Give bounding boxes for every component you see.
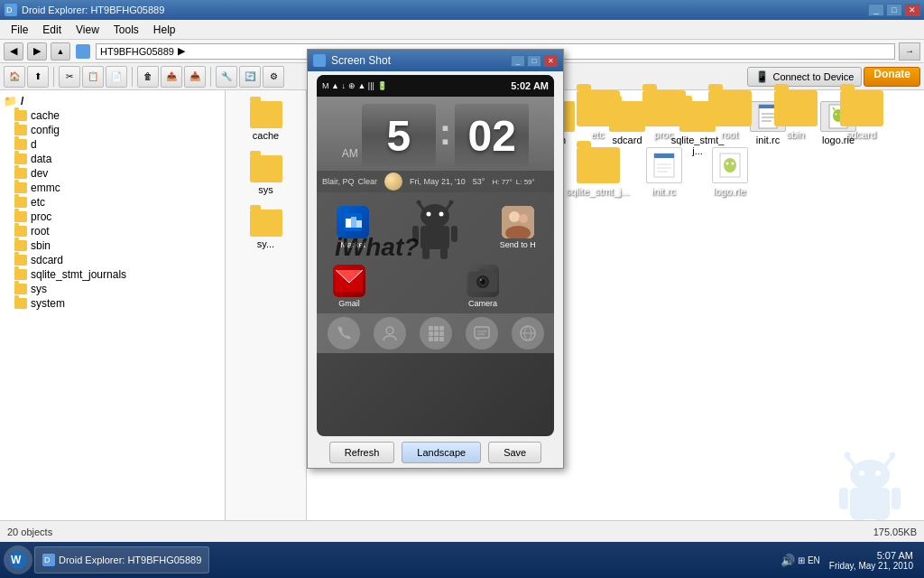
start-button[interactable]: W <box>4 545 32 574</box>
tree-item-d[interactable]: d <box>0 137 225 152</box>
taskbar-item-explorer[interactable]: D Droid Explorer: HT9BFHG05889 <box>34 546 209 573</box>
tree-label-dev: dev <box>31 167 48 180</box>
donate-button[interactable]: Donate <box>864 67 920 87</box>
svg-rect-76 <box>839 488 848 509</box>
tree-label-sqlite: sqlite_stmt_journals <box>31 268 126 281</box>
svg-point-24 <box>439 212 444 217</box>
maximize-button[interactable]: □ <box>886 4 902 16</box>
desktop-folder-etc[interactable]: etc <box>568 90 627 140</box>
menu-edit[interactable]: Edit <box>35 22 69 38</box>
back-button[interactable]: ◀ <box>4 42 23 61</box>
svg-rect-17 <box>356 220 362 228</box>
menu-help[interactable]: Help <box>146 22 183 38</box>
browser-icon[interactable] <box>512 317 544 350</box>
toolbar-btn-2[interactable]: ⬆ <box>27 66 49 88</box>
middle-folder-sy[interactable]: sy... <box>246 206 286 253</box>
close-button[interactable]: ✕ <box>904 4 920 16</box>
dialog-close[interactable]: ✕ <box>543 55 558 67</box>
toolbar-btn-6[interactable]: 🗑 <box>137 66 159 88</box>
toolbar-btn-1[interactable]: 🏠 <box>4 66 25 88</box>
desktop-file-logorle[interactable]: logo.rle <box>700 147 759 197</box>
toolbar-btn-7[interactable]: 📤 <box>161 66 182 88</box>
go-button[interactable]: → <box>899 42 920 61</box>
toolbar-btn-10[interactable]: 🔄 <box>239 66 261 88</box>
connect-label: Connect to Device <box>772 71 854 82</box>
app-camera[interactable]: Camera <box>461 263 504 310</box>
messages-icon[interactable] <box>466 317 498 350</box>
android-dock <box>317 313 554 353</box>
desk-label-root: root <box>721 129 738 140</box>
middle-folder-cache[interactable]: cache <box>246 98 286 144</box>
address-text: HT9BFHG05889 <box>100 46 174 57</box>
desktop-file-initrc[interactable]: init.rc <box>634 147 693 197</box>
refresh-button[interactable]: Refresh <box>329 442 395 463</box>
desktop-folder-sbin[interactable]: sbin <box>766 90 825 140</box>
apps-icon[interactable] <box>420 317 452 350</box>
tree-item-etc[interactable]: etc <box>0 195 225 210</box>
desk-label-sqlite: sqlite_stmt_j... <box>566 186 629 197</box>
sys-tray-time: 5:07 AM Friday, May 21, 2010 <box>829 550 913 571</box>
desk-label-logorle: logo.rle <box>713 186 745 197</box>
folder-icon-data <box>14 154 27 164</box>
tree-item-root[interactable]: root <box>0 224 225 238</box>
tree-item-proc[interactable]: proc <box>0 210 225 224</box>
toolbar-btn-9[interactable]: 🔧 <box>216 66 237 88</box>
gmail-icon <box>333 265 365 297</box>
forward-button[interactable]: ▶ <box>27 42 47 61</box>
dialog-titlebar: Screen Shot _ □ ✕ <box>308 50 563 71</box>
desk-folder-icon-root <box>708 90 752 126</box>
svg-rect-49 <box>434 331 439 336</box>
android-weather: Blair, PQ Clear Fri, May 21, '10 53° H: … <box>317 171 554 192</box>
up-button[interactable]: ▲ <box>51 42 70 61</box>
tree-item-dev[interactable]: dev <box>0 166 225 181</box>
tree-item-data[interactable]: data <box>0 152 225 166</box>
minimize-button[interactable]: _ <box>868 4 884 16</box>
desktop-folder-proc[interactable]: proc <box>634 90 693 140</box>
svg-point-21 <box>449 200 454 205</box>
title-bar-icon: D <box>4 3 18 17</box>
toolbar-btn-4[interactable]: 📋 <box>82 66 104 88</box>
landscape-button[interactable]: Landscape <box>402 442 481 463</box>
address-icon <box>76 44 90 59</box>
menu-tools[interactable]: Tools <box>106 22 146 38</box>
tree-label-proc: proc <box>31 210 51 223</box>
tray-icon-1: 🔊 <box>781 554 795 567</box>
toolbar-btn-8[interactable]: 📥 <box>184 66 206 88</box>
tree-item-cache[interactable]: cache <box>0 108 225 123</box>
weather-condition: Clear <box>358 177 378 186</box>
weather-temp: 53° <box>473 177 485 186</box>
tree-item-config[interactable]: config <box>0 123 225 137</box>
tree-item-sys[interactable]: sys <box>0 282 225 296</box>
desktop-icons: etc proc root sbin sdcard sqlite_stmt_j.… <box>568 90 911 197</box>
toolbar-btn-5[interactable]: 📄 <box>106 66 127 88</box>
tree-item-sdcard[interactable]: sdcard <box>0 253 225 267</box>
tree-item-sbin[interactable]: sbin <box>0 238 225 253</box>
tree-item-sqlite[interactable]: sqlite_stmt_journals <box>0 267 225 282</box>
save-button[interactable]: Save <box>488 442 541 463</box>
tree-item-emmc[interactable]: emmc <box>0 181 225 195</box>
menu-file[interactable]: File <box>4 22 35 38</box>
svg-rect-60 <box>654 154 674 158</box>
desktop-folder-sdcard[interactable]: sdcard <box>832 90 891 140</box>
dialog-maximize[interactable]: □ <box>527 55 541 67</box>
tree-root[interactable]: 📁 / <box>0 94 225 108</box>
desktop-folder-root[interactable]: root <box>700 90 759 140</box>
dialog-minimize[interactable]: _ <box>511 55 525 67</box>
svg-rect-16 <box>351 217 356 228</box>
desktop-folder-sqlite[interactable]: sqlite_stmt_j... <box>568 147 627 197</box>
svg-rect-27 <box>451 226 457 242</box>
phone-icon[interactable] <box>328 317 360 350</box>
app-sendtoh[interactable]: Send to H <box>496 204 540 251</box>
svg-rect-2 <box>76 44 90 59</box>
menu-view[interactable]: View <box>69 22 106 38</box>
toolbar-btn-11[interactable]: ⚙ <box>263 66 284 88</box>
toolbar-btn-3[interactable]: ✂ <box>59 66 80 88</box>
svg-point-66 <box>725 163 728 165</box>
contacts-icon[interactable] <box>374 317 406 350</box>
folder-icon-config <box>14 125 27 135</box>
tray-icon-3: EN <box>808 555 820 565</box>
tree-item-system[interactable]: system <box>0 296 225 311</box>
middle-folder-sys[interactable]: sys <box>246 152 286 199</box>
app-gmail[interactable]: Gmail <box>328 263 371 310</box>
android-status-bar: M ▲ ↓ ⊕ ▲ ||| 🔋 5:02 AM <box>317 75 554 97</box>
